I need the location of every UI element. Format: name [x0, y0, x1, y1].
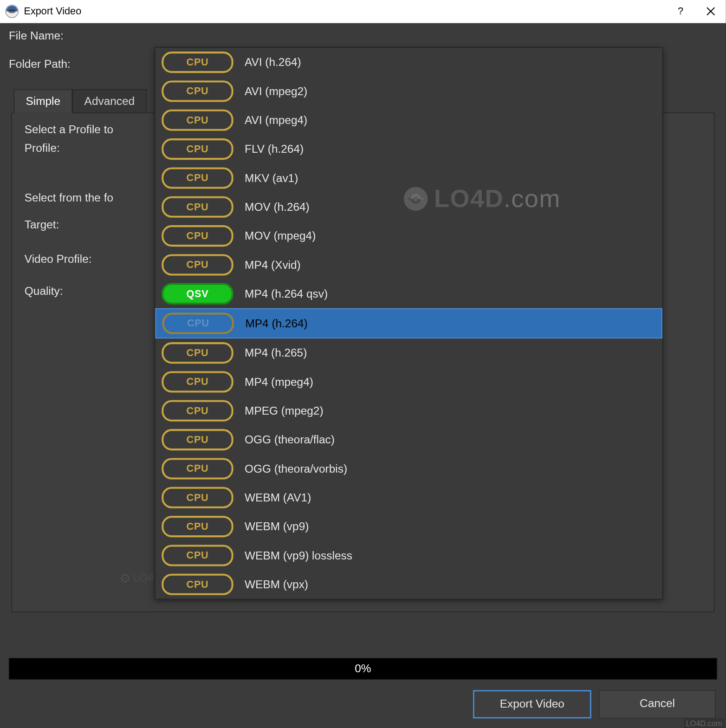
cpu-badge: CPU	[162, 487, 233, 508]
progress-bar: 0%	[9, 658, 717, 679]
cpu-badge: CPU	[162, 52, 233, 73]
folder-path-label: Folder Path:	[9, 58, 116, 71]
profile-option[interactable]: CPUMOV (h.264)	[156, 193, 662, 221]
profile-option[interactable]: CPUMKV (av1)	[156, 163, 662, 192]
progress-text: 0%	[355, 662, 371, 675]
profile-option[interactable]: CPUMP4 (mpeg4)	[156, 367, 662, 396]
cpu-badge: CPU	[162, 458, 233, 479]
profile-option-label: OGG (theora/vorbis)	[245, 462, 347, 475]
tab-advanced[interactable]: Advanced	[72, 89, 147, 113]
svg-point-1	[8, 9, 16, 13]
profile-option[interactable]: CPUMOV (mpeg4)	[156, 221, 662, 250]
cpu-badge: CPU	[162, 196, 233, 218]
app-icon	[5, 4, 19, 18]
profile-option[interactable]: CPUFLV (h.264)	[156, 135, 662, 163]
qsv-badge: QSV	[162, 283, 233, 305]
profile-option[interactable]: CPUMPEG (mpeg2)	[156, 396, 662, 425]
file-name-label: File Name:	[9, 30, 116, 43]
profile-option-label: MOV (h.264)	[245, 201, 310, 214]
title-bar: Export Video ?	[0, 0, 726, 23]
cpu-badge: CPU	[162, 371, 233, 392]
profile-option-label: MP4 (mpeg4)	[245, 375, 313, 388]
window-body: File Name: Folder Path: Simple Advanced …	[0, 23, 726, 728]
profile-option[interactable]: CPUMP4 (h.265)	[156, 338, 662, 367]
profile-option-label: MP4 (Xvid)	[245, 258, 301, 271]
export-video-button[interactable]: Export Video	[473, 690, 591, 718]
profile-option-label: WEBM (vpx)	[245, 578, 308, 591]
watermark-corner: LO4D.com	[683, 718, 725, 728]
tab-simple[interactable]: Simple	[14, 89, 72, 113]
profile-dropdown-popup[interactable]: CPUAVI (h.264)CPUAVI (mpeg2)CPUAVI (mpeg…	[155, 47, 663, 600]
profile-option-label: MOV (mpeg4)	[245, 229, 316, 242]
profile-option[interactable]: CPUAVI (mpeg4)	[156, 106, 662, 135]
profile-option-label: MP4 (h.264)	[245, 317, 307, 330]
profile-option-label: AVI (mpeg4)	[245, 114, 307, 127]
cancel-button[interactable]: Cancel	[599, 690, 716, 718]
cpu-badge: CPU	[162, 545, 233, 566]
cpu-badge: CPU	[162, 110, 233, 131]
svg-point-4	[121, 573, 130, 582]
cpu-badge: CPU	[162, 574, 233, 595]
profile-option-label: WEBM (AV1)	[245, 491, 311, 504]
profile-option[interactable]: CPUOGG (theora/vorbis)	[156, 454, 662, 483]
profile-option[interactable]: QSVMP4 (h.264 qsv)	[156, 280, 662, 308]
cpu-badge: CPU	[162, 429, 233, 450]
profile-option-label: AVI (mpeg2)	[245, 84, 307, 98]
profile-option[interactable]: CPUAVI (h.264)	[156, 48, 662, 77]
cpu-badge: CPU	[162, 138, 233, 160]
cpu-badge: CPU	[162, 80, 233, 102]
profile-option[interactable]: CPUWEBM (AV1)	[156, 483, 662, 512]
profile-option-label: WEBM (vp9)	[245, 520, 309, 533]
cpu-badge: CPU	[162, 342, 233, 364]
profile-option[interactable]: CPUMP4 (h.264)	[156, 308, 662, 338]
profile-option-label: MP4 (h.265)	[245, 346, 307, 359]
cpu-badge: CPU	[162, 225, 233, 247]
profile-option-label: MKV (av1)	[245, 171, 298, 184]
cpu-badge: CPU	[162, 400, 233, 422]
cpu-badge: CPU	[162, 312, 234, 334]
profile-option-label: MPEG (mpeg2)	[245, 404, 323, 417]
help-button[interactable]: ?	[666, 0, 696, 23]
profile-option[interactable]: CPUWEBM (vpx)	[156, 570, 662, 599]
cpu-badge: CPU	[162, 167, 233, 188]
profile-option[interactable]: CPUWEBM (vp9)	[156, 512, 662, 541]
cpu-badge: CPU	[162, 516, 233, 537]
profile-option-label: MP4 (h.264 qsv)	[245, 287, 328, 300]
profile-option[interactable]: CPUOGG (theora/flac)	[156, 425, 662, 454]
profile-option-label: FLV (h.264)	[245, 143, 304, 156]
profile-option-label: WEBM (vp9) lossless	[245, 549, 352, 562]
profile-option[interactable]: CPUWEBM (vp9) lossless	[156, 541, 662, 570]
profile-option[interactable]: CPUMP4 (Xvid)	[156, 250, 662, 279]
profile-option[interactable]: CPUAVI (mpeg2)	[156, 77, 662, 105]
close-button[interactable]	[696, 0, 726, 23]
profile-option-label: AVI (h.264)	[245, 56, 301, 69]
profile-option-label: OGG (theora/flac)	[245, 433, 335, 446]
window-title: Export Video	[24, 6, 81, 17]
cpu-badge: CPU	[162, 254, 233, 275]
